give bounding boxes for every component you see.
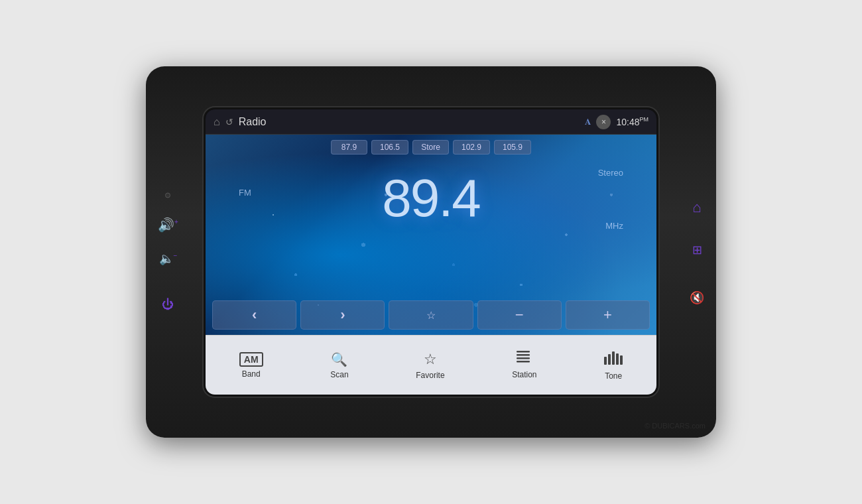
volume-down-button[interactable]: 🔈− [159, 251, 178, 266]
station-list-icon [517, 351, 532, 367]
svg-rect-5 [608, 354, 611, 365]
presets-bar: 87.9 106.5 Store 102.9 105.9 [206, 140, 656, 155]
next-button[interactable]: › [300, 300, 385, 330]
stereo-indicator: Stereo [598, 168, 623, 178]
watermark: © DUBICARS.com [645, 422, 706, 430]
station-nav-item[interactable]: Station [499, 346, 550, 385]
svg-rect-4 [604, 357, 607, 365]
playback-controls: ‹ › ☆ − + [212, 300, 650, 330]
radio-main-display: 87.9 106.5 Store 102.9 105.9 FM Stereo 8… [206, 135, 656, 335]
favorite-star-icon: ☆ [424, 351, 437, 368]
preset-store[interactable]: Store [412, 140, 449, 155]
frequency-unit: MHz [605, 221, 623, 231]
plus-button[interactable]: + [566, 300, 650, 330]
power-button[interactable]: ⏻ [162, 298, 174, 312]
left-side-buttons: 🔊+ 🔈− ⏻ [158, 193, 178, 312]
minus-button[interactable]: − [477, 300, 562, 330]
back-icon[interactable]: ↺ [225, 117, 233, 127]
svg-rect-2 [517, 357, 530, 359]
radio-shortcut-button[interactable]: ⊞ [692, 243, 702, 257]
tone-nav-item[interactable]: Tone [591, 345, 636, 386]
preset-1[interactable]: 87.9 [331, 140, 367, 155]
preset-3[interactable]: 102.9 [453, 140, 490, 155]
frequency-band: FM [239, 188, 251, 198]
svg-rect-0 [517, 351, 530, 353]
favorite-nav-item[interactable]: ☆ Favorite [402, 346, 458, 385]
home-icon[interactable]: ⌂ [214, 116, 220, 128]
infotainment-screen: ⌂ ↺ Radio 𝐀 × 10:48PM 87.9 106.5 Store 1… [206, 109, 656, 395]
close-button[interactable]: × [596, 115, 611, 129]
screen-title: Radio [239, 116, 580, 128]
svg-rect-6 [612, 351, 615, 365]
scan-label: Scan [330, 370, 348, 379]
frequency-display: FM Stereo 89.4 MHz [206, 168, 656, 229]
scan-icon: 🔍 [331, 351, 347, 367]
svg-rect-7 [616, 353, 619, 365]
band-nav-item[interactable]: AM Band [226, 347, 277, 384]
band-icon: AM [239, 352, 263, 367]
band-label: Band [242, 369, 261, 379]
car-infotainment-unit: 🔊+ 🔈− ⏻ ⌂ ⊞ 🔇 ⌂ ↺ Radio 𝐀 × 10:48PM 87.9 [146, 66, 716, 438]
home-right-button[interactable]: ⌂ [692, 199, 701, 216]
top-bar: ⌂ ↺ Radio 𝐀 × 10:48PM [206, 109, 656, 135]
svg-rect-8 [620, 355, 623, 365]
bluetooth-icon: 𝐀 [585, 117, 591, 127]
right-side-buttons: ⌂ ⊞ 🔇 [690, 199, 704, 305]
clock-display: 10:48PM [616, 116, 648, 127]
volume-up-button[interactable]: 🔊+ [158, 217, 178, 233]
mute-button[interactable]: 🔇 [690, 290, 704, 305]
favorite-label: Favorite [416, 371, 444, 380]
preset-2[interactable]: 106.5 [371, 140, 408, 155]
prev-button[interactable]: ‹ [212, 300, 296, 330]
preset-4[interactable]: 105.9 [494, 140, 531, 155]
camera-dot [165, 193, 170, 198]
svg-rect-1 [517, 354, 530, 356]
frequency-number: 89.4 [206, 168, 656, 229]
svg-rect-3 [517, 361, 530, 363]
station-label: Station [512, 370, 536, 379]
scan-nav-item[interactable]: 🔍 Scan [317, 346, 361, 385]
tone-label: Tone [605, 371, 622, 381]
bottom-navigation: AM Band 🔍 Scan ☆ Favorite [206, 335, 656, 395]
tone-equalizer-icon [604, 350, 623, 369]
favorite-button[interactable]: ☆ [389, 300, 473, 330]
